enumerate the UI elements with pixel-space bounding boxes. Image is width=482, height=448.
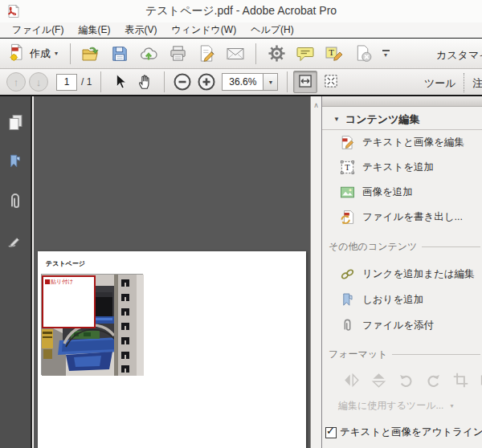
toolbar-separator (70, 43, 71, 64)
rotate-left-icon[interactable] (398, 372, 415, 389)
crop-icon[interactable] (452, 372, 469, 389)
fit-width-icon (297, 73, 313, 92)
comment-pane-button[interactable]: 注釈 (472, 76, 482, 91)
menu-file[interactable]: ファイル(F) (5, 22, 71, 38)
save-file-button[interactable] (105, 42, 134, 66)
export-file-label: ファイルを書き出し... (362, 210, 463, 224)
hand-tool-button[interactable] (133, 70, 158, 94)
other-content-items: リンクを追加または編集 しおりを追加 (322, 261, 482, 338)
add-edit-link-label: リンクを追加または編集 (362, 267, 475, 281)
toolbar-separator (164, 71, 165, 92)
add-text-label: テキストを追加 (362, 161, 434, 174)
add-text-item[interactable]: T テキストを追加 (322, 155, 482, 180)
export-file-icon (340, 210, 355, 225)
content-editing-panel: ▼ コンテンツ編集 テキストと画像を編集 (321, 96, 482, 448)
toolbar-separator (100, 71, 101, 92)
signature-pen-icon (6, 232, 24, 252)
email-button[interactable] (221, 42, 250, 66)
zoom-out-button[interactable] (170, 70, 194, 94)
other-content-section-label: その他のコンテンツ (329, 240, 417, 254)
edit-tools-dropdown-label: 編集に使用するツール... (338, 399, 443, 413)
titlebar: テストページ.pdf - Adobe Acrobat Pro (0, 0, 482, 22)
comment-button[interactable] (291, 42, 320, 66)
rotate-right-icon[interactable] (425, 372, 442, 389)
embedded-photo[interactable]: 貼り付け (41, 274, 143, 375)
menubar: ファイル(F) 編集(E) 表示(V) ウィンドウ(W) ヘルプ(H) (0, 22, 482, 39)
chevron-down-icon: ▾ (384, 52, 387, 58)
attachments-button[interactable] (4, 191, 27, 214)
add-image-item[interactable]: 画像を追加 (322, 180, 482, 205)
delete-page-button[interactable] (349, 42, 378, 66)
zoom-in-button[interactable] (194, 70, 219, 94)
next-page-button[interactable]: ↓ (29, 72, 48, 92)
edit-text-image-item[interactable]: テキストと画像を編集 (322, 130, 482, 155)
outline-checkbox[interactable]: ✓ (325, 427, 337, 438)
page-pen-icon (198, 44, 216, 63)
send-to-cloud-button[interactable] (134, 42, 163, 66)
add-edit-link-item[interactable]: リンクを追加または編集 (322, 261, 482, 287)
menu-window[interactable]: ウィンドウ(W) (164, 22, 243, 38)
printer-icon (169, 44, 187, 63)
other-content-section-header: その他のコンテンツ (322, 240, 482, 253)
page-number-input[interactable] (56, 74, 77, 91)
scroll-up-icon[interactable]: ∧ (311, 101, 321, 109)
dropdown-triangle-icon: ▾ (450, 402, 453, 409)
pane-separator (464, 73, 464, 92)
menu-help[interactable]: ヘルプ(H) (243, 22, 301, 38)
edit-tools-dropdown[interactable]: 編集に使用するツール... ▾ (322, 399, 482, 413)
preferences-button[interactable] (262, 42, 291, 66)
zoom-dropdown-button[interactable]: ▼ (263, 73, 278, 91)
triangle-down-icon: ▼ (268, 79, 273, 85)
edit-text-image-icon (340, 135, 355, 150)
down-arrow-icon: ↓ (36, 76, 42, 88)
select-tool-button[interactable] (107, 70, 133, 94)
outline-checkbox-label: テキストと画像をアウトライン表示 (340, 426, 482, 439)
flip-horizontal-icon[interactable] (343, 372, 360, 389)
zoom-value[interactable]: 36.6% (222, 73, 263, 91)
pdf-page[interactable]: テストページ (38, 251, 306, 448)
attach-file-item[interactable]: ファイルを添付 (322, 312, 482, 338)
hand-icon (137, 73, 154, 91)
flip-vertical-icon[interactable] (370, 372, 387, 389)
signatures-button[interactable] (4, 230, 27, 253)
add-image-icon (340, 185, 355, 200)
open-file-button[interactable] (76, 42, 105, 66)
document-view[interactable]: テストページ (34, 96, 310, 448)
panel-header-label: コンテンツ編集 (345, 112, 420, 127)
more-tools-button[interactable]: ▾ (378, 50, 394, 58)
add-text-icon: T (340, 160, 355, 175)
text-highlight-icon: T (325, 44, 344, 63)
add-bookmark-item[interactable]: しおりを追加 (322, 287, 482, 312)
menu-edit[interactable]: 編集(E) (71, 22, 117, 38)
outline-checkbox-row[interactable]: ✓ テキストと画像をアウトライン表示 (322, 426, 482, 439)
annotation-text-row: 貼り付け (45, 278, 92, 286)
export-file-item[interactable]: ファイルを書き出し... (322, 205, 482, 230)
create-dropdown-icon: ▾ (55, 50, 58, 57)
customize-button[interactable]: カスタマイズ (436, 48, 482, 63)
fit-page-button[interactable] (319, 71, 343, 93)
tools-pane-button[interactable]: ツール (424, 76, 456, 91)
create-pdf-button[interactable]: 作成 ▾ (5, 42, 64, 66)
navigation-pane-sidebar (0, 96, 32, 448)
zoom-combobox[interactable]: 36.6% ▼ (222, 73, 278, 91)
bookmarks-button[interactable] (4, 152, 27, 174)
previous-page-button[interactable]: ↑ (6, 72, 26, 92)
up-arrow-icon: ↑ (14, 76, 19, 88)
annotation-marker-icon (45, 279, 50, 284)
acrobat-app-icon (6, 4, 21, 18)
paste-annotation-box[interactable]: 貼り付け (42, 275, 96, 328)
fit-width-button[interactable] (293, 71, 317, 93)
panel-header-content-editing[interactable]: ▼ コンテンツ編集 (322, 109, 482, 130)
floppy-disk-icon (111, 45, 129, 63)
vertical-scrollbar[interactable]: ∧ (310, 96, 321, 448)
page-thumbnails-button[interactable] (4, 112, 27, 135)
print-button[interactable] (163, 42, 192, 66)
page-thumbnails-icon (6, 113, 25, 135)
add-bookmark-label: しおりを追加 (362, 293, 423, 307)
text-callout-button[interactable]: T (320, 42, 349, 66)
main-toolbar: 作成 ▾ (0, 39, 482, 69)
window-title: テストページ.pdf - Adobe Acrobat Pro (0, 4, 482, 18)
menu-view[interactable]: 表示(V) (117, 22, 164, 38)
fill-sign-button[interactable] (192, 42, 221, 66)
panel-top-strip (322, 96, 482, 107)
